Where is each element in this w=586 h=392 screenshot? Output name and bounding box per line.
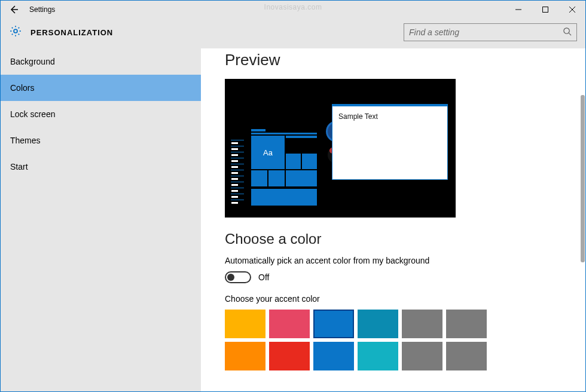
color-swatch[interactable]	[225, 310, 265, 338]
swatch-row	[225, 342, 561, 370]
preview-start-tiles: Aa	[251, 129, 318, 207]
header-left: PERSONALIZATION	[9, 24, 113, 40]
section-title: PERSONALIZATION	[30, 28, 113, 37]
maximize-icon	[542, 6, 549, 13]
autopick-label: Automatically pick an accent color from …	[225, 256, 561, 265]
toggle-knob	[227, 274, 234, 281]
sidebar-item-label: Colors	[10, 83, 34, 93]
watermark-text: Inovasisaya.com	[264, 3, 322, 11]
swatch-row	[225, 310, 561, 338]
color-swatch[interactable]	[269, 342, 310, 370]
back-button[interactable]	[7, 2, 21, 17]
color-swatch[interactable]	[446, 310, 487, 338]
arrow-left-icon	[9, 5, 19, 14]
color-swatch[interactable]	[313, 310, 354, 338]
svg-point-2	[564, 27, 569, 33]
svg-point-1	[14, 29, 17, 33]
gear-icon	[9, 24, 22, 40]
color-swatch[interactable]	[446, 342, 487, 370]
minimize-button[interactable]	[505, 1, 532, 19]
window-title: Settings	[29, 5, 55, 14]
svg-rect-0	[542, 7, 548, 13]
minimize-icon	[515, 6, 522, 13]
body: Background Colors Lock screen Themes Sta…	[1, 48, 585, 391]
color-swatch[interactable]	[402, 310, 442, 338]
sidebar-item-label: Themes	[10, 136, 41, 145]
sidebar-item-colors[interactable]: Colors	[1, 75, 201, 101]
settings-window: Inovasisaya.com Settings PERSON	[0, 0, 586, 392]
main-inner: Preview	[201, 48, 585, 391]
preview-box: Aa	[225, 79, 456, 218]
main-content: Preview	[201, 48, 585, 391]
header-band: PERSONALIZATION	[1, 19, 585, 48]
color-swatch[interactable]	[225, 342, 265, 370]
close-icon	[569, 6, 576, 13]
accent-color-label: Choose your accent color	[225, 294, 561, 304]
sidebar-item-start[interactable]: Start	[1, 154, 201, 180]
preview-start-list	[231, 140, 244, 206]
sidebar-item-themes[interactable]: Themes	[1, 127, 201, 154]
accent-swatch-grid	[225, 310, 561, 370]
preview-sample-text: Sample Text	[332, 106, 447, 127]
search-icon	[563, 27, 572, 38]
color-swatch[interactable]	[402, 342, 442, 370]
choose-color-heading: Choose a color	[225, 231, 561, 247]
window-controls	[505, 1, 585, 19]
color-swatch[interactable]	[269, 310, 310, 338]
sidebar-item-background[interactable]: Background	[1, 48, 201, 75]
preview-heading: Preview	[225, 51, 561, 69]
toggle-state-label: Off	[258, 272, 269, 282]
sidebar-item-label: Lock screen	[10, 109, 55, 119]
preview-sample-window: Sample Text	[332, 104, 448, 180]
color-swatch[interactable]	[358, 342, 398, 370]
sidebar-item-label: Start	[10, 162, 28, 172]
preview-tile-aa: Aa	[251, 136, 285, 169]
color-swatch[interactable]	[358, 310, 398, 338]
search-box[interactable]	[404, 23, 577, 41]
search-input[interactable]	[409, 27, 563, 37]
titlebar-left: Settings	[1, 2, 55, 17]
sidebar-item-lockscreen[interactable]: Lock screen	[1, 101, 201, 127]
autopick-toggle-row: Off	[225, 271, 561, 283]
sidebar: Background Colors Lock screen Themes Sta…	[1, 48, 201, 391]
close-button[interactable]	[558, 1, 585, 19]
autopick-toggle[interactable]	[225, 271, 251, 283]
color-swatch[interactable]	[313, 342, 354, 370]
sidebar-item-label: Background	[10, 57, 55, 66]
maximize-button[interactable]	[532, 1, 558, 19]
